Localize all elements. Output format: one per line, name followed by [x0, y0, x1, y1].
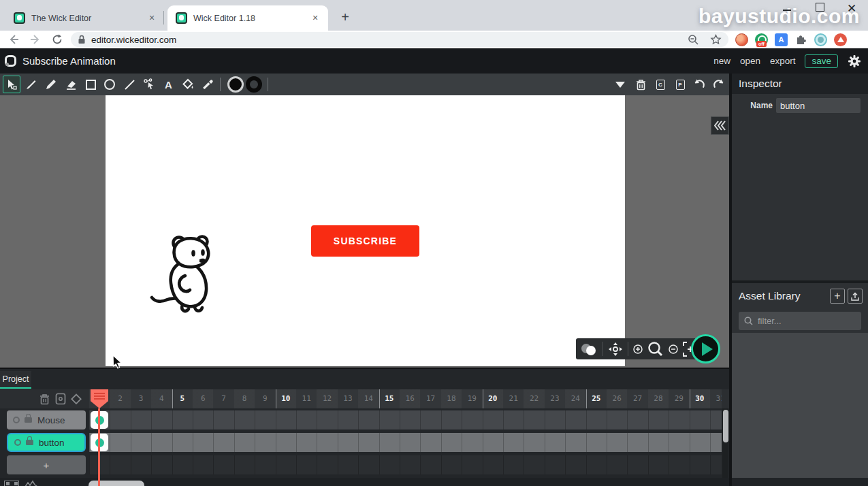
fill-color-swatch[interactable]	[227, 76, 244, 93]
frame-number[interactable]: 29	[669, 389, 689, 408]
frame-number[interactable]: 25	[586, 389, 607, 408]
open-button[interactable]: open	[740, 56, 760, 66]
animation-stage[interactable]: SUBSCRIBE	[106, 95, 625, 366]
delete-frame-icon[interactable]	[37, 392, 51, 406]
pan-tool-icon[interactable]	[608, 342, 623, 357]
frame-strip-button[interactable]	[89, 433, 722, 452]
frame-number[interactable]: 24	[565, 389, 585, 408]
frame-number[interactable]: 15	[379, 389, 400, 408]
waveform-icon[interactable]	[25, 480, 38, 486]
frame-number[interactable]: 30	[690, 389, 710, 408]
tab-close-icon[interactable]: ×	[146, 12, 158, 25]
window-maximize-button[interactable]	[816, 3, 824, 12]
add-asset-button[interactable]: +	[830, 289, 845, 304]
play-button[interactable]	[691, 334, 720, 363]
frame-number[interactable]: 2	[110, 389, 130, 408]
frame-strip-mouse[interactable]	[89, 410, 722, 430]
onion-range-icon[interactable]	[4, 481, 19, 486]
upload-asset-button[interactable]	[848, 289, 863, 304]
new-tab-button[interactable]: +	[336, 9, 354, 27]
frame-number[interactable]: 3	[131, 389, 151, 408]
subscribe-button-graphic[interactable]: SUBSCRIBE	[311, 225, 419, 257]
browser-tab-wick-editor[interactable]: Wick Editor 1.18 ×	[167, 5, 328, 31]
frame-number[interactable]: 28	[648, 389, 669, 408]
line-tool[interactable]	[120, 76, 138, 93]
delete-selection-icon[interactable]	[632, 76, 649, 93]
scrollbar-thumb[interactable]	[723, 410, 728, 442]
export-button[interactable]: export	[770, 56, 796, 66]
brush-tool[interactable]	[22, 76, 40, 93]
frame-number[interactable]: 31	[710, 389, 722, 408]
frame-number[interactable]: 14	[358, 389, 379, 408]
undo-icon[interactable]	[690, 76, 708, 93]
redo-icon[interactable]	[710, 76, 728, 93]
layer-lock-icon[interactable]	[26, 440, 33, 445]
canvas-workspace[interactable]: SUBSCRIBE	[0, 95, 729, 368]
frame-number[interactable]: 17	[420, 389, 440, 408]
frame-number[interactable]: 16	[400, 389, 420, 408]
asset-filter-box[interactable]	[739, 312, 861, 330]
reload-icon[interactable]	[49, 31, 65, 48]
pencil-tool[interactable]	[42, 76, 60, 93]
layer-row-button[interactable]: button	[7, 433, 86, 452]
bookmark-star-icon[interactable]	[710, 34, 722, 46]
frame-number[interactable]: 8	[234, 389, 255, 408]
layer-row-mouse[interactable]: Mouse	[7, 410, 86, 430]
frame-number[interactable]: 22	[524, 389, 544, 408]
tool-settings-dropdown[interactable]	[611, 76, 629, 93]
frame-number[interactable]: 20	[483, 389, 503, 408]
layer-lock-icon[interactable]	[25, 417, 32, 423]
asset-filter-input[interactable]	[758, 316, 853, 326]
panel-collapse-button[interactable]	[711, 116, 729, 135]
window-close-button[interactable]: ✕	[847, 1, 856, 16]
cursor-tool[interactable]	[3, 76, 20, 93]
extensions-puzzle-icon[interactable]	[794, 33, 807, 46]
extension-adblock-icon[interactable]: off	[755, 33, 768, 46]
extension-translate-icon[interactable]: A	[775, 33, 788, 46]
rectangle-tool[interactable]	[82, 76, 99, 93]
extension-monkey-icon[interactable]	[735, 33, 748, 46]
address-bar[interactable]: editor.wickeditor.com	[71, 32, 728, 47]
paste-icon[interactable]: P	[671, 76, 689, 93]
window-minimize-button[interactable]	[782, 2, 792, 13]
copy-frame-icon[interactable]	[54, 392, 67, 406]
frame-number[interactable]: 7	[213, 389, 234, 408]
extension-teal-icon[interactable]	[814, 33, 827, 46]
frame-number[interactable]: 10	[276, 389, 296, 408]
zoom-out-icon[interactable]	[669, 344, 678, 354]
timeline-horizontal-scrollbar[interactable]	[89, 481, 144, 486]
layer-visibility-icon[interactable]	[13, 417, 20, 423]
stroke-color-swatch[interactable]	[246, 76, 262, 93]
frame-number[interactable]: 26	[607, 389, 627, 408]
tab-close-icon[interactable]: ×	[309, 12, 321, 25]
project-tab[interactable]: Project	[0, 371, 31, 389]
frame-number[interactable]: 12	[317, 389, 337, 408]
path-cursor-tool[interactable]	[140, 76, 158, 93]
browser-tab-wick-home[interactable]: The Wick Editor ×	[5, 5, 165, 31]
zoom-magnifier-icon[interactable]	[647, 341, 664, 357]
frame-number[interactable]: 9	[255, 389, 275, 408]
asset-list[interactable]	[732, 333, 868, 483]
extension-uploader-icon[interactable]	[834, 33, 847, 46]
fill-bucket-tool[interactable]	[179, 76, 197, 93]
settings-gear-icon[interactable]	[848, 54, 861, 68]
frame-number[interactable]: 5	[172, 389, 193, 408]
save-button[interactable]: save	[805, 54, 838, 68]
ellipse-tool[interactable]	[101, 76, 118, 93]
add-layer-button[interactable]: +	[7, 455, 86, 474]
name-input[interactable]	[776, 98, 861, 113]
frame-number[interactable]: 18	[441, 389, 462, 408]
add-tween-icon[interactable]	[69, 392, 83, 406]
copy-icon[interactable]: C	[652, 76, 669, 93]
frame-number[interactable]: 21	[503, 389, 524, 408]
layer-visibility-icon[interactable]	[14, 439, 21, 446]
frame-number[interactable]: 11	[296, 389, 317, 408]
onion-skin-icon[interactable]	[580, 342, 598, 356]
frame-number[interactable]: 13	[338, 389, 358, 408]
frame-number[interactable]: 27	[627, 389, 647, 408]
eraser-tool[interactable]	[62, 76, 80, 93]
eyedropper-tool[interactable]	[199, 76, 216, 93]
zoom-in-icon[interactable]	[633, 344, 643, 354]
frame-number-ruler[interactable]: 2345678910111213141516171819202122232425…	[89, 389, 722, 408]
timeline-vertical-scrollbar[interactable]	[722, 408, 728, 483]
